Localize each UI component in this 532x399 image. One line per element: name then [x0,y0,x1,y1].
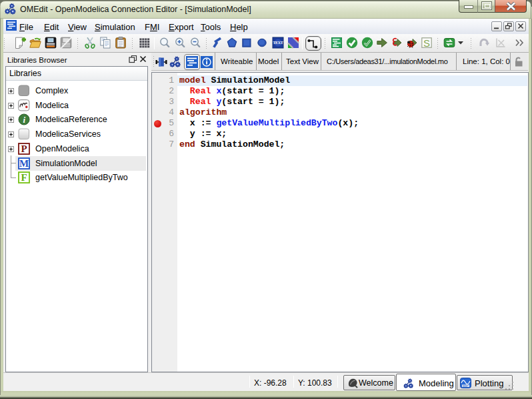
svg-text:M: M [19,158,29,169]
svg-text:P: P [21,143,27,154]
svg-text:TEXT: TEXT [273,41,283,45]
svg-text:i: i [23,115,25,125]
svg-text:S: S [423,37,430,49]
svg-text:F: F [21,172,27,183]
